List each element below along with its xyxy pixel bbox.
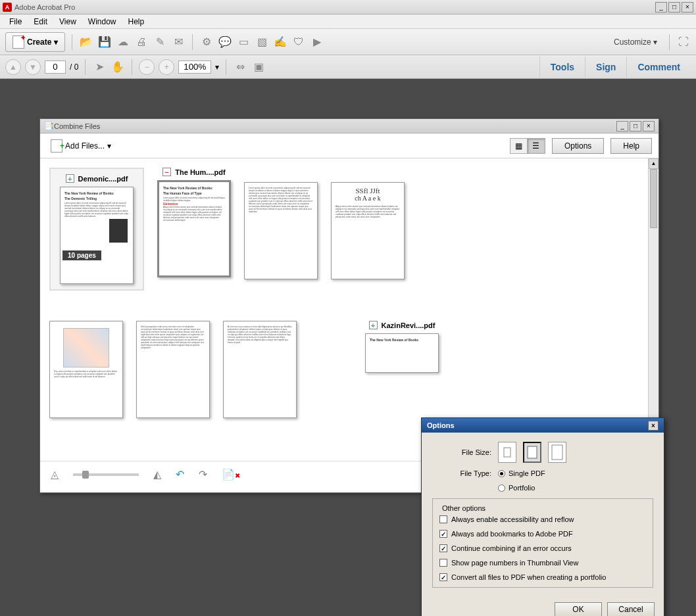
page-thumbnail-item[interactable]: Lorem ipsum dolor sit amet consectetur a… bbox=[244, 168, 318, 291]
page-total-label: / 0 bbox=[70, 62, 78, 72]
options-dialog: Options × File Size: File bbox=[421, 417, 664, 616]
checkbox-bookmarks[interactable]: ✓ Always add bookmarks to Adobe PDF bbox=[439, 527, 646, 541]
mail-icon[interactable]: ✉ bbox=[171, 35, 186, 49]
options-close-button[interactable]: × bbox=[648, 421, 659, 431]
vertical-scrollbar[interactable]: ▲ ▼ bbox=[648, 158, 659, 461]
create-label: Create bbox=[27, 37, 51, 47]
page-thumbnail-item[interactable]: At vero eos et accusamus et iusto odio d… bbox=[223, 321, 297, 418]
radio-portfolio[interactable]: Portfolio bbox=[498, 484, 535, 492]
zoom-out-button[interactable]: − bbox=[139, 59, 155, 75]
prev-page-button[interactable]: ▲ bbox=[5, 59, 21, 75]
expand-icon[interactable]: + bbox=[369, 321, 378, 329]
multimedia-icon[interactable]: ▧ bbox=[255, 35, 269, 49]
hand-tool-icon[interactable]: ✋ bbox=[111, 60, 125, 74]
select-tool-icon[interactable]: ➤ bbox=[92, 60, 107, 74]
combine-close-button[interactable]: × bbox=[643, 121, 655, 131]
page-thumbnail-item[interactable]: Duis aute irure dolor in reprehenderit i… bbox=[49, 321, 123, 418]
thumbnail-size-slider[interactable] bbox=[73, 473, 139, 476]
list-view-button[interactable]: ☰ bbox=[528, 139, 545, 153]
sign-panel-link[interactable]: Sign bbox=[585, 57, 626, 78]
page-thumbnail[interactable]: The New York Review of Books bbox=[365, 333, 439, 373]
zoom-dropdown-icon[interactable]: ▾ bbox=[215, 62, 219, 72]
print-icon[interactable]: 🖨 bbox=[134, 35, 149, 49]
remove-icon[interactable]: 📄✖ bbox=[222, 468, 240, 481]
zoom-in-thumb-icon[interactable]: ◭ bbox=[153, 468, 161, 481]
redo-icon[interactable]: ↷ bbox=[199, 468, 207, 481]
document-item-kazin[interactable]: + KazinRevi....pdf The New York Review o… bbox=[365, 321, 439, 418]
ok-button[interactable]: OK bbox=[555, 602, 602, 616]
maximize-button[interactable]: □ bbox=[668, 2, 680, 12]
file-size-default-button[interactable] bbox=[523, 442, 541, 463]
help-button[interactable]: Help bbox=[610, 138, 652, 154]
app-title: Adobe Acrobat Pro bbox=[14, 3, 75, 11]
document-item-demonic[interactable]: + Demonic....pdf The New York Review of … bbox=[49, 168, 144, 291]
page-thumbnail[interactable]: Duis aute irure dolor in reprehenderit i… bbox=[49, 321, 123, 418]
radio-icon bbox=[498, 485, 505, 492]
options-button[interactable]: Options bbox=[552, 138, 604, 154]
form-icon[interactable]: ▭ bbox=[236, 35, 251, 49]
page-thumbnail-item[interactable]: SSfl JJft ch A a e k Aliqua enim minim v… bbox=[331, 168, 405, 291]
checkbox-convert-portfolio[interactable]: ✓ Convert all files to PDF when creating… bbox=[439, 570, 646, 584]
checkbox-icon: ✓ bbox=[439, 573, 447, 581]
create-pdf-icon bbox=[12, 36, 24, 49]
checkbox-continue-error[interactable]: ✓ Continue combining if an error occurs bbox=[439, 541, 646, 556]
file-size-small-button[interactable] bbox=[498, 442, 516, 463]
tools-panel-link[interactable]: Tools bbox=[539, 57, 585, 78]
combine-minimize-button[interactable]: _ bbox=[616, 121, 628, 131]
minimize-button[interactable]: _ bbox=[655, 2, 667, 12]
action-icon[interactable]: ▶ bbox=[310, 35, 324, 49]
menu-help[interactable]: Help bbox=[123, 16, 150, 28]
page-thumbnail[interactable]: SSfl JJft ch A a e k Aliqua enim minim v… bbox=[331, 182, 405, 279]
checkbox-page-numbers[interactable]: Show page numbers in Thumbnail View bbox=[439, 556, 646, 570]
checkbox-icon bbox=[439, 515, 447, 523]
page-thumbnail-selected[interactable]: The New York Review of Books: The Human … bbox=[157, 180, 231, 277]
scroll-thumb[interactable] bbox=[650, 169, 657, 228]
comment-panel-link[interactable]: Comment bbox=[626, 57, 691, 78]
checkbox-accessibility[interactable]: Always enable accessibility and reflow bbox=[439, 512, 646, 527]
page-thumbnail[interactable]: At vero eos et accusamus et iusto odio d… bbox=[223, 321, 297, 418]
zoom-out-thumb-icon[interactable]: ◬ bbox=[51, 468, 59, 481]
fit-width-icon[interactable]: ⇔ bbox=[233, 60, 247, 74]
page-thumbnail[interactable]: Lorem ipsum dolor sit amet consectetur a… bbox=[244, 182, 318, 279]
create-button[interactable]: Create ▾ bbox=[5, 32, 65, 52]
close-button[interactable]: × bbox=[682, 2, 693, 12]
radio-single-pdf[interactable]: Single PDF bbox=[498, 469, 545, 477]
combine-maximize-button[interactable]: □ bbox=[630, 121, 641, 131]
page-thumbnail[interactable]: Sed ut perspiciatis unde omnis iste natu… bbox=[136, 321, 210, 418]
page-thumbnail-item[interactable]: Sed ut perspiciatis unde omnis iste natu… bbox=[136, 321, 210, 418]
add-files-button[interactable]: Add Files... ▾ bbox=[47, 137, 115, 155]
menu-window[interactable]: Window bbox=[83, 16, 122, 28]
page-number-input[interactable] bbox=[45, 60, 66, 74]
fit-page-icon[interactable]: ▣ bbox=[251, 60, 266, 74]
protect-icon[interactable]: 🛡 bbox=[291, 35, 306, 49]
open-icon[interactable]: 📂 bbox=[79, 35, 93, 49]
slider-thumb[interactable] bbox=[82, 471, 89, 479]
zoom-input[interactable] bbox=[178, 60, 211, 74]
fullscreen-icon[interactable]: ⛶ bbox=[676, 35, 691, 49]
collapse-icon[interactable]: − bbox=[162, 168, 171, 176]
save-icon[interactable]: 💾 bbox=[97, 35, 112, 49]
sign-icon[interactable]: ✍ bbox=[273, 35, 287, 49]
zoom-in-button[interactable]: + bbox=[159, 59, 174, 75]
next-page-button[interactable]: ▼ bbox=[25, 59, 41, 75]
options-titlebar: Options × bbox=[422, 418, 664, 433]
combine-icon: 📑 bbox=[44, 122, 54, 131]
menu-file[interactable]: File bbox=[4, 16, 27, 28]
edit-icon[interactable]: ✎ bbox=[153, 35, 167, 49]
comment-icon[interactable]: 💬 bbox=[218, 35, 232, 49]
map-image bbox=[63, 328, 109, 367]
menu-view[interactable]: View bbox=[54, 16, 82, 28]
cloud-icon[interactable]: ☁ bbox=[116, 35, 130, 49]
document-item-hum[interactable]: − The Hum....pdf The New York Review of … bbox=[157, 168, 231, 291]
scroll-up-button[interactable]: ▲ bbox=[649, 158, 659, 169]
customize-dropdown[interactable]: Customize ▾ bbox=[609, 35, 662, 49]
file-size-large-button[interactable] bbox=[548, 442, 566, 463]
menu-edit[interactable]: Edit bbox=[28, 16, 53, 28]
gear-icon[interactable]: ⚙ bbox=[199, 35, 214, 49]
page-thumbnail[interactable]: The New York Review of Books: The Demoni… bbox=[60, 187, 134, 284]
add-files-icon bbox=[51, 139, 62, 153]
undo-icon[interactable]: ↶ bbox=[176, 468, 184, 481]
expand-icon[interactable]: + bbox=[66, 174, 74, 183]
thumbnail-view-button[interactable]: ▦ bbox=[510, 139, 528, 153]
cancel-button[interactable]: Cancel bbox=[607, 602, 655, 616]
